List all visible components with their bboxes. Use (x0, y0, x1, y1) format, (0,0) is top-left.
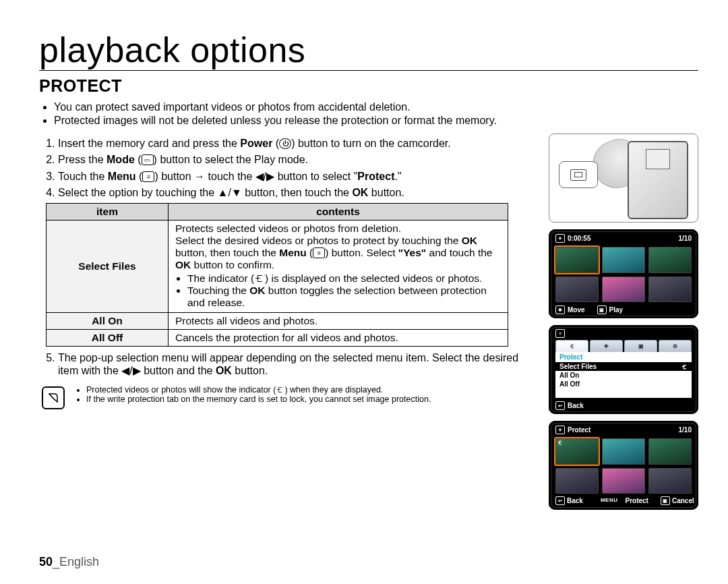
clip-counter: 1/10 (679, 426, 692, 434)
clip-counter: 1/10 (679, 235, 692, 242)
thumbnail (648, 438, 692, 465)
key-icon: 🝗 (681, 363, 688, 370)
menu-option-selected: Select Files 🝗 (555, 362, 692, 371)
intro-bullets: You can protect saved important videos o… (43, 101, 698, 127)
thumbnail-grid: 🝗 (555, 438, 692, 494)
intro-bullet: You can protect saved important videos o… (54, 101, 698, 113)
lcd-screen-menu: ≡ 🝗 ✚ ▣ ⚙ Protect Select Files 🝗 All On … (549, 325, 698, 414)
menu-tabs: 🝗 ✚ ▣ ⚙ (555, 340, 692, 352)
options-table: item contents Select Files Protects sele… (46, 203, 508, 347)
mode-icon: ▭ (142, 154, 154, 165)
row-contents: Cancels the protection for all videos an… (169, 330, 508, 347)
dpad-icon: ✥ (555, 305, 565, 314)
clip-time: 0:00:55 (568, 235, 590, 242)
page-footer: 50_English (39, 555, 99, 569)
step-list: Insert the memory card and press the Pow… (43, 138, 538, 199)
section-heading: PROTECT (39, 76, 698, 96)
tab-settings: ⚙ (659, 340, 692, 352)
table-row: Select Files Protects selected videos or… (47, 221, 508, 313)
video-icon: ✦ (555, 234, 565, 243)
hint-back: Back (567, 497, 583, 504)
row-contents: Protects all videos and photos. (169, 313, 508, 330)
note-box: Protected videos or photos will show the… (42, 385, 538, 409)
hint-cancel: Cancel (672, 497, 694, 504)
step-list-cont: The pop-up selection menu will appear de… (43, 352, 538, 377)
note-icon (42, 386, 65, 409)
menu-icon: ≡ (313, 247, 325, 258)
thumbnail: 🝗 (555, 438, 599, 465)
thumbnail (555, 468, 599, 494)
back-icon: ↩ (555, 401, 565, 410)
camcorder-illustration (628, 141, 688, 219)
ok-icon: ▣ (661, 496, 670, 505)
hint-back: Back (568, 402, 584, 409)
hint-play: Play (609, 306, 624, 314)
table-row: All Off Cancels the protection for all v… (47, 330, 508, 347)
step-4: Select the option by touching the ▲/▼ bu… (58, 187, 538, 199)
menu-icon: ≡ (142, 171, 154, 182)
menu-title: Protect (555, 352, 692, 362)
sub-bullet: Touching the OK button toggles the selec… (187, 285, 501, 309)
menu-icon: ≡ (555, 329, 565, 338)
th-contents: contents (169, 204, 508, 221)
screen-title: Protect (568, 426, 590, 434)
sub-bullet: The indicator (🝗) is displayed on the se… (187, 272, 501, 285)
thumbnail (648, 468, 692, 494)
step-5: The pop-up selection menu will appear de… (58, 352, 538, 377)
back-icon: ↩ (555, 496, 565, 505)
device-diagram (549, 134, 698, 223)
note-item: If the write protection tab on the memor… (86, 395, 431, 404)
table-row: All On Protects all videos and photos. (47, 313, 508, 330)
intro-bullet: Protected images will not be deleted unl… (54, 115, 698, 127)
row-item: Select Files (47, 221, 169, 313)
manual-page: playback options PROTECT You can protect… (0, 0, 728, 584)
protect-indicator-icon: 🝗 (557, 440, 563, 446)
lcd-screen-protect: ✦ Protect 1/10 🝗 ↩ (549, 421, 698, 510)
thumbnail (602, 438, 645, 465)
main-text-column: Insert the memory card and press the Pow… (39, 134, 538, 510)
ok-icon: ▣ (597, 305, 607, 314)
step-1: Insert the memory card and press the Pow… (58, 138, 538, 150)
note-item: Protected videos or photos will show the… (86, 385, 431, 395)
menu-key-icon: MENU (595, 495, 624, 505)
thumbnail (602, 468, 645, 494)
thumbnail (648, 247, 692, 273)
note-list: Protected videos or photos will show the… (74, 385, 431, 409)
thumbnail (602, 247, 645, 273)
lcd-screen-thumbnails: ✦ 0:00:55 1/10 ✥ Move (549, 229, 698, 318)
mode-icon (570, 169, 586, 181)
menu-list: Protect Select Files 🝗 All On All Off (555, 352, 692, 398)
thumbnail (602, 276, 645, 303)
page-language: _English (53, 555, 99, 568)
mode-button-callout (559, 161, 598, 188)
row-item: All On (47, 313, 169, 330)
page-number: 50 (39, 555, 53, 568)
video-icon: ✦ (555, 426, 565, 434)
chapter-title: playback options (39, 32, 698, 71)
hint-protect: Protect (625, 497, 648, 504)
step-3: Touch the Menu (≡) button → touch the ◀/… (58, 170, 538, 183)
figure-column: ✦ 0:00:55 1/10 ✥ Move (549, 134, 698, 510)
thumbnail (555, 247, 599, 273)
menu-option: All Off (555, 380, 692, 388)
thumbnail-grid (555, 247, 692, 302)
tab: ✚ (590, 340, 623, 352)
menu-option: All On (555, 371, 692, 380)
thumbnail (555, 276, 599, 303)
hint-move: Move (568, 306, 585, 314)
row-contents: Protects selected videos or photos from … (169, 221, 508, 313)
thumbnail (648, 276, 692, 303)
tab: ▣ (624, 340, 657, 352)
row-item: All Off (47, 330, 169, 347)
tab-protect: 🝗 (555, 340, 588, 352)
step-2: Press the Mode (▭) button to select the … (58, 154, 538, 166)
th-item: item (47, 204, 169, 221)
power-icon: ⏻ (279, 138, 291, 149)
